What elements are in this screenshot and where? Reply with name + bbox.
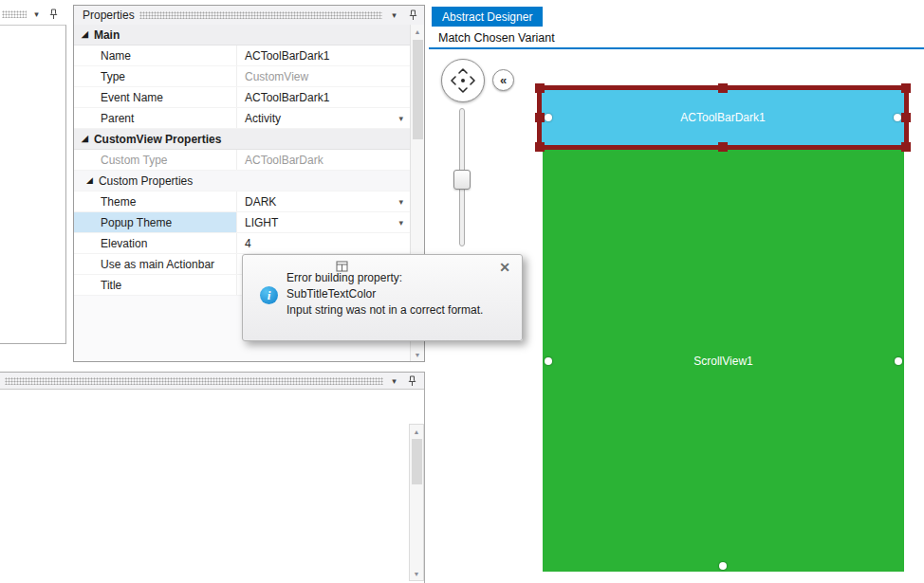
scrollview-element[interactable]: ScrollView1 [543, 150, 904, 572]
property-label[interactable]: Type [74, 66, 237, 86]
property-label-text: Popup Theme [101, 216, 172, 229]
property-label-text: Parent [101, 112, 134, 125]
selection-handle-top-center[interactable] [718, 83, 728, 93]
properties-panel-header[interactable]: Properties ▾ [74, 6, 424, 25]
property-row-type[interactable]: Type CustomView [74, 66, 410, 87]
property-label-text: Type [101, 70, 125, 83]
property-label[interactable]: Popup Theme [74, 212, 237, 232]
window-menu-icon[interactable]: ▾ [29, 8, 44, 22]
selection-handle-bottom-left[interactable] [535, 142, 545, 152]
resize-dot-scrollview-left[interactable] [545, 357, 552, 365]
property-row-elevation[interactable]: Elevation 4 [74, 233, 410, 254]
info-icon: i [260, 286, 278, 304]
resize-dot-scrollview-right[interactable] [895, 357, 902, 365]
property-value-text: CustomView [245, 70, 308, 83]
property-value[interactable]: DARK ▾ [237, 191, 410, 211]
zoom-slider-thumb[interactable] [453, 170, 471, 190]
property-label[interactable]: Parent [74, 108, 237, 128]
property-value-text: ACToolBarDark [245, 154, 323, 167]
actoolbar-element[interactable]: ACToolBarDark1 [542, 90, 904, 145]
scroll-down-icon[interactable]: ▼ [411, 348, 424, 361]
property-row-event-name[interactable]: Event Name ACToolBarDark1 [74, 87, 410, 108]
scrollbar-thumb[interactable] [412, 439, 422, 484]
property-category-main[interactable]: ◢ Main [74, 25, 410, 46]
property-value: CustomView [237, 66, 410, 86]
property-label-text: Use as main Actionbar [101, 258, 214, 271]
property-label: Custom Type [74, 150, 237, 170]
collapse-triangle-icon[interactable]: ◢ [82, 135, 88, 143]
property-value-text: DARK [245, 195, 276, 209]
actoolbar-label: ACToolBarDark1 [680, 111, 765, 124]
scroll-up-icon[interactable]: ▲ [411, 25, 424, 38]
pin-icon[interactable] [46, 8, 61, 22]
dropdown-arrow-icon[interactable]: ▾ [398, 218, 403, 228]
property-category-customview-properties[interactable]: ◢ CustomView Properties [74, 129, 410, 150]
error-line-3: Input string was not in a correct format… [286, 302, 516, 319]
drag-grip[interactable] [139, 11, 382, 19]
selection-handle-bottom-right[interactable] [901, 142, 911, 152]
property-label[interactable]: Elevation [74, 233, 237, 253]
property-label-text: Custom Type [101, 154, 167, 167]
properties-title: Properties [83, 9, 135, 22]
property-row-parent[interactable]: Parent Activity ▾ [74, 108, 410, 129]
bottom-panel-header[interactable]: ▾ [0, 373, 424, 390]
property-value[interactable]: LIGHT ▾ [237, 212, 410, 232]
selection-handle-top-left[interactable] [535, 83, 545, 93]
property-value-text: Activity [245, 112, 281, 125]
application-window: ▾ Properties ▾ ◢ Main Name ACToolBarDark… [0, 0, 924, 583]
pin-icon[interactable] [406, 9, 420, 23]
property-label[interactable]: Event Name [74, 87, 237, 107]
variant-label: Match Chosen Variant [438, 31, 555, 45]
property-value[interactable]: ACToolBarDark1 [237, 46, 410, 65]
category-label: Main [94, 28, 120, 42]
property-value-text: ACToolBarDark1 [245, 91, 329, 104]
drag-grip[interactable] [5, 377, 383, 385]
property-value-text: LIGHT [245, 216, 278, 229]
window-menu-icon[interactable]: ▾ [387, 9, 401, 23]
category-label: Custom Properties [99, 174, 193, 188]
selection-handle-mid-right[interactable] [901, 113, 911, 122]
scroll-down-icon[interactable]: ▼ [410, 567, 423, 580]
pan-control[interactable] [441, 59, 485, 102]
property-row-name[interactable]: Name ACToolBarDark1 [74, 46, 410, 66]
scrollbar-thumb[interactable] [413, 40, 423, 139]
property-value[interactable]: Activity ▾ [237, 108, 410, 128]
collapse-triangle-icon[interactable]: ◢ [82, 30, 88, 39]
property-label[interactable]: Use as main Actionbar [74, 254, 237, 274]
pin-icon[interactable] [405, 373, 419, 388]
property-label[interactable]: Title [74, 275, 237, 295]
drag-grip[interactable] [2, 10, 27, 18]
property-row-theme[interactable]: Theme DARK ▾ [74, 191, 410, 212]
bottom-panel: ▾ ▲ ▼ [0, 372, 425, 583]
error-line-2: SubTitleTextColor [286, 286, 516, 302]
error-message: Error building property: SubTitleTextCol… [286, 270, 516, 319]
collapse-triangle-icon[interactable]: ◢ [86, 176, 93, 185]
property-subcategory-custom-properties[interactable]: ◢ Custom Properties [74, 171, 410, 191]
scrollview-label: ScrollView1 [693, 355, 752, 368]
property-label-text: Name [101, 49, 131, 63]
scroll-up-icon[interactable]: ▲ [410, 425, 423, 438]
dropdown-arrow-icon[interactable]: ▾ [398, 114, 403, 123]
property-value[interactable]: ACToolBarDark1 [237, 87, 410, 107]
property-label-text: Elevation [101, 237, 147, 250]
property-row-popup-theme[interactable]: Popup Theme LIGHT ▾ [74, 212, 410, 233]
collapse-tools-button[interactable]: « [492, 69, 514, 91]
resize-dot-scrollview-bottom[interactable] [719, 562, 727, 570]
window-menu-icon[interactable]: ▾ [387, 373, 401, 388]
selection-handle-top-right[interactable] [901, 83, 911, 93]
resize-dot-toolbar-right[interactable] [894, 114, 901, 121]
property-label[interactable]: Name [74, 46, 237, 65]
designer-accent-divider [429, 47, 924, 49]
bottom-panel-scrollbar[interactable]: ▲ ▼ [409, 424, 424, 581]
property-value[interactable]: 4 [237, 233, 410, 253]
selection-handle-mid-left[interactable] [535, 113, 545, 122]
property-row-custom-type[interactable]: Custom Type ACToolBarDark [74, 150, 410, 171]
tab-abstract-designer[interactable]: Abstract Designer [432, 7, 543, 27]
left-panel-header[interactable]: ▾ [2, 6, 65, 23]
selection-handle-bottom-center[interactable] [718, 142, 728, 152]
dropdown-arrow-icon[interactable]: ▾ [398, 197, 403, 207]
pan-arrows-icon [442, 60, 484, 101]
property-label[interactable]: Theme [74, 191, 237, 211]
property-value-text: 4 [245, 237, 251, 250]
resize-dot-toolbar-left[interactable] [545, 114, 552, 121]
